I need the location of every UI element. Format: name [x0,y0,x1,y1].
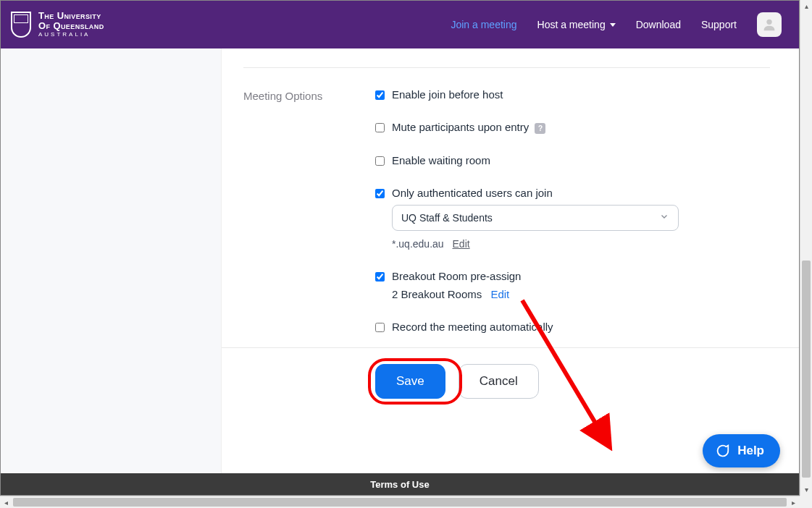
checkbox-join-before-host[interactable] [375,90,385,100]
checkbox-mute-on-entry[interactable] [375,123,385,132]
opt-record-auto: Record the meeting automatically [375,321,770,333]
uni-name: The University Of Queensland AUSTRALIA [38,11,104,38]
breakout-edit[interactable]: Edit [490,288,509,300]
breakout-count: 2 Breakout Rooms [392,288,482,300]
horizontal-scroll-thumb[interactable] [13,498,787,507]
button-row-divider [222,347,799,348]
auth-select[interactable]: UQ Staff & Students [392,205,679,231]
meeting-options-row: Meeting Options Enable join before host … [243,88,770,342]
nav-join-meeting[interactable]: Join a meeting [451,19,516,30]
vertical-scroll-thumb[interactable] [802,261,811,478]
opt-mute-on-entry: Mute participants upon entry ? [375,121,770,134]
uni-line3: AUSTRALIA [38,32,104,38]
sidebar [1,48,222,473]
nav-host-meeting[interactable]: Host a meeting [537,19,616,30]
page-body: Meeting Options Enable join before host … [1,48,799,473]
scrollbar-corner [800,496,812,508]
nav-support[interactable]: Support [701,19,737,30]
save-button[interactable]: Save [375,364,445,399]
label-mute-on-entry: Mute participants upon entry ? [392,121,545,134]
uni-line2: Of Queensland [38,21,104,31]
checkbox-record-auto[interactable] [375,323,385,332]
label-breakout: Breakout Room pre-assign [392,270,521,282]
auth-domain-edit[interactable]: Edit [453,238,470,250]
uq-logo[interactable]: The University Of Queensland AUSTRALIA [11,11,104,38]
chat-icon [714,443,730,459]
opt-auth-only: Only authenticated users can join [375,187,770,199]
auth-domain-line: *.uq.edu.au Edit [392,238,770,250]
global-footer: Terms of Use [1,473,799,495]
meeting-options-label: Meeting Options [243,88,375,342]
scroll-left-arrow[interactable]: ◂ [0,496,12,508]
crest-icon [11,12,31,38]
auth-domain: *.uq.edu.au [392,238,444,250]
avatar[interactable] [757,12,782,37]
nav-download[interactable]: Download [636,19,681,30]
breakout-summary: 2 Breakout Rooms Edit [392,288,770,300]
auth-select-value: UQ Staff & Students [401,212,493,224]
opt-join-before-host: Enable join before host [375,88,770,101]
chevron-down-icon [610,23,616,27]
horizontal-scrollbar[interactable]: ◂ ▸ [0,496,800,508]
auth-subgroup: UQ Staff & Students *.uq.edu.au Edit [392,205,770,250]
section-divider [243,67,770,68]
vertical-scrollbar[interactable]: ▴ ▾ [800,0,812,496]
scroll-down-arrow[interactable]: ▾ [800,483,812,496]
svg-point-0 [766,20,771,25]
nav-host-label: Host a meeting [537,19,606,30]
label-join-before-host: Enable join before host [392,88,503,101]
opt-waiting-room: Enable waiting room [375,154,770,166]
scroll-right-arrow[interactable]: ▸ [787,496,800,508]
main-panel: Meeting Options Enable join before host … [222,48,799,473]
checkbox-auth-only[interactable] [375,189,385,198]
help-button[interactable]: Help [703,434,780,467]
header-nav: Join a meeting Host a meeting Download S… [451,12,782,37]
checkbox-waiting-room[interactable] [375,156,385,166]
meeting-options-list: Enable join before host Mute participant… [375,88,770,342]
info-icon[interactable]: ? [535,123,545,134]
help-label: Help [737,444,764,458]
label-record-auto: Record the meeting automatically [392,321,553,333]
chevron-down-icon [659,211,669,224]
footer-terms[interactable]: Terms of Use [370,479,429,490]
opt-breakout: Breakout Room pre-assign [375,270,770,282]
scroll-up-arrow[interactable]: ▴ [800,0,812,12]
cancel-button[interactable]: Cancel [459,364,539,399]
uni-line1: The University [38,11,104,21]
app-viewport: The University Of Queensland AUSTRALIA J… [0,0,800,496]
button-row: Save Cancel [243,364,770,399]
label-waiting-room: Enable waiting room [392,154,490,166]
user-icon [761,17,777,33]
label-auth-only: Only authenticated users can join [392,187,553,199]
global-header: The University Of Queensland AUSTRALIA J… [1,1,799,48]
checkbox-breakout[interactable] [375,272,385,281]
label-mute-text: Mute participants upon entry [392,121,529,133]
